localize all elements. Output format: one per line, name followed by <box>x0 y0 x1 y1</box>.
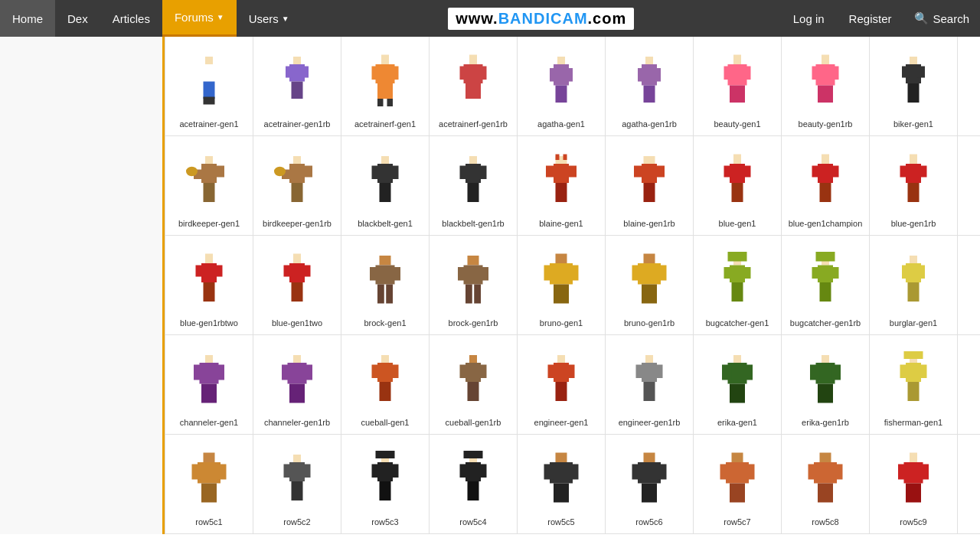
sprite-item-25[interactable]: bruno-gen1rb <box>606 236 694 335</box>
svg-rect-286 <box>820 452 831 462</box>
sprite-label-28: burglar-gen1 <box>890 318 937 328</box>
sprite-item-11[interactable]: birdkeeper-gen1rb <box>253 136 341 236</box>
sprite-item-44[interactable]: row5c5 <box>518 435 606 534</box>
sprite-item-47[interactable]: row5c8 <box>782 435 870 534</box>
sprite-item-42[interactable]: row5c3 <box>341 435 430 534</box>
sprite-item-12[interactable]: blackbelt-gen1 <box>341 136 430 236</box>
sprite-item-13[interactable]: blackbelt-gen1rb <box>430 136 518 236</box>
sprite-item-27[interactable]: bugcatcher-gen1rb <box>782 236 870 335</box>
nav-forums[interactable]: Forums ▼ <box>162 0 237 37</box>
sprite-item-49[interactable]: row5c10 <box>958 435 980 534</box>
svg-rect-2 <box>198 66 205 77</box>
sprite-item-10[interactable]: birdkeeper-gen1 <box>165 136 253 236</box>
sprite-item-37[interactable]: erika-gen1rb <box>782 335 870 435</box>
nav-users[interactable]: Users ▼ <box>237 0 302 37</box>
svg-rect-170 <box>820 282 826 302</box>
svg-rect-191 <box>282 364 292 380</box>
sprite-image-38 <box>883 351 944 412</box>
sprite-item-23[interactable]: brock-gen1rb <box>430 236 518 335</box>
svg-rect-139 <box>386 284 393 303</box>
sprite-item-41[interactable]: row5c2 <box>253 435 341 534</box>
nav-home[interactable]: Home <box>0 0 55 37</box>
sprite-item-46[interactable]: row5c7 <box>694 435 782 534</box>
sprite-item-30[interactable]: channeler-gen1 <box>165 335 253 435</box>
svg-rect-40 <box>730 85 745 103</box>
sprite-item-21[interactable]: blue-gen1two <box>253 236 341 335</box>
svg-rect-96 <box>644 183 650 202</box>
sprite-item-4[interactable]: agatha-gen1 <box>518 37 606 136</box>
nav-search[interactable]: 🔍 Search <box>903 0 980 37</box>
sprite-image-47 <box>795 451 856 512</box>
sprite-item-0[interactable]: acetrainer-gen1 <box>165 37 253 136</box>
sprite-item-32[interactable]: cueball-gen1 <box>341 335 430 435</box>
sprite-item-2[interactable]: acetrainerf-gen1 <box>341 37 430 136</box>
sprite-image-49 <box>971 451 980 512</box>
sprite-item-3[interactable]: acetrainerf-gen1rb <box>430 37 518 136</box>
svg-rect-74 <box>372 165 382 179</box>
sprite-item-5[interactable]: agatha-gen1rb <box>606 37 694 136</box>
sprite-item-1[interactable]: acetrainer-gen1rb <box>253 37 341 136</box>
sprite-item-36[interactable]: erika-gen1 <box>694 335 782 435</box>
sprite-image-6 <box>707 53 768 114</box>
sprite-item-8[interactable]: biker-gen1 <box>870 37 958 136</box>
svg-rect-233 <box>908 382 914 401</box>
sprite-item-43[interactable]: row5c4 <box>430 435 518 534</box>
sprite-item-19[interactable]: blu-ge <box>958 136 980 236</box>
sprite-item-35[interactable]: engineer-gen1rb <box>606 335 694 435</box>
svg-rect-36 <box>733 54 741 64</box>
sprite-item-6[interactable]: beauty-gen1 <box>694 37 782 136</box>
svg-rect-234 <box>913 382 920 401</box>
svg-point-64 <box>186 166 198 176</box>
nav-articles[interactable]: Articles <box>100 0 162 37</box>
svg-rect-4 <box>204 81 210 99</box>
sprite-item-9[interactable]: bil... <box>958 37 980 136</box>
nav-register[interactable]: Register <box>837 0 904 37</box>
sprite-item-34[interactable]: engineer-gen1 <box>518 335 606 435</box>
sprite-label-7: beauty-gen1rb <box>799 119 853 129</box>
svg-rect-18 <box>377 83 393 99</box>
svg-rect-20 <box>387 99 394 106</box>
sprite-item-7[interactable]: beauty-gen1rb <box>782 37 870 136</box>
svg-rect-225 <box>810 364 820 380</box>
svg-rect-285 <box>737 483 745 502</box>
sprite-item-16[interactable]: blue-gen1 <box>694 136 782 236</box>
sprite-item-40[interactable]: row5c1 <box>165 435 253 534</box>
svg-rect-175 <box>917 265 925 279</box>
sprite-label-21: blue-gen1two <box>272 318 322 328</box>
sprite-item-39[interactable]: fis-ge <box>958 335 980 435</box>
svg-rect-6 <box>204 96 210 104</box>
svg-rect-61 <box>213 165 224 177</box>
sprite-item-20[interactable]: blue-gen1rbtwo <box>165 236 253 335</box>
svg-rect-251 <box>301 464 311 478</box>
svg-rect-288 <box>808 464 818 479</box>
nav-login[interactable]: Log in <box>781 0 837 37</box>
sprite-label-37: erika-gen1rb <box>802 417 849 428</box>
sprite-item-22[interactable]: brock-gen1 <box>341 236 430 335</box>
svg-rect-63 <box>209 183 215 202</box>
sprite-item-26[interactable]: bugcatcher-gen1 <box>694 236 782 335</box>
sprite-label-22: brock-gen1 <box>364 318 406 328</box>
sprite-item-45[interactable]: row5c6 <box>606 435 694 534</box>
svg-rect-217 <box>649 382 655 401</box>
svg-rect-270 <box>544 464 554 479</box>
sprite-label-42: row5c3 <box>371 517 398 527</box>
svg-rect-278 <box>642 483 649 502</box>
sprite-item-38[interactable]: fisherman-gen1 <box>870 335 958 435</box>
svg-rect-208 <box>548 364 558 378</box>
sprite-item-17[interactable]: blue-gen1champion <box>782 136 870 236</box>
sprite-label-6: beauty-gen1 <box>714 119 760 129</box>
sprite-item-28[interactable]: burglar-gen1 <box>870 236 958 335</box>
sprite-item-14[interactable]: blaine-gen1 <box>518 136 606 236</box>
sprite-item-15[interactable]: blaine-gen1rb <box>606 136 694 236</box>
sprite-item-18[interactable]: blue-gen1rb <box>870 136 958 236</box>
svg-rect-103 <box>737 183 743 202</box>
svg-rect-11 <box>301 66 309 77</box>
sprite-item-24[interactable]: bruno-gen1 <box>518 236 606 335</box>
nav-dex[interactable]: Dex <box>55 0 100 37</box>
sprite-item-31[interactable]: channeler-gen1rb <box>253 335 341 435</box>
sprite-item-33[interactable]: cueball-gen1rb <box>430 335 518 435</box>
sprite-item-29[interactable]: bu... <box>958 236 980 335</box>
sprite-image-15 <box>619 152 680 214</box>
svg-rect-142 <box>458 267 468 281</box>
sprite-item-48[interactable]: row5c9 <box>870 435 958 534</box>
